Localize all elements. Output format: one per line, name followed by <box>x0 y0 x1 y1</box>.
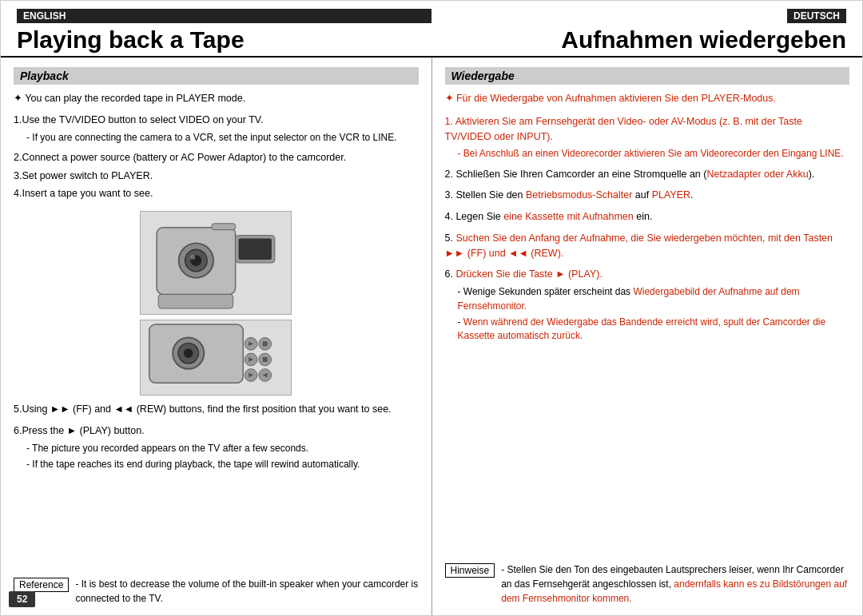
lang-de-badge: DEUTSCH <box>787 9 846 23</box>
reference-row: Reference - It is best to decrease the v… <box>14 577 419 606</box>
step2-red: Netzadapter oder Akku <box>706 169 808 180</box>
step4-de: 4. Legen Sie eine Kassette mit Aufnahmen… <box>445 209 850 225</box>
reference-text: - It is best to decrease the volume of t… <box>75 577 418 606</box>
step5-red: Suchen Sie den Anfang der Aufnahme, die … <box>445 232 833 259</box>
page: ENGLISH Playing back a Tape DEUTSCH Aufn… <box>0 0 863 616</box>
svg-rect-7 <box>158 295 233 309</box>
step5-de: 5. Suchen Sie den Anfang der Aufnahme, d… <box>445 231 850 261</box>
step1-sub-en: - If you are connecting the camera to a … <box>26 131 419 145</box>
header-left: ENGLISH Playing back a Tape <box>17 9 432 53</box>
step6-sub2-red: Wenn während der Wiedergabe das Bandende… <box>458 316 826 341</box>
page-number: 52 <box>9 591 35 607</box>
step1-de: 1. Aktivieren Sie am Fernsehgerät den Vi… <box>445 114 850 145</box>
hinweise-row: Hinweise - Stellen Sie den Ton des einge… <box>445 562 850 606</box>
cam-svg-2 <box>141 320 291 395</box>
bullet1-en: ✦ You can play the recorded tape in PLAY… <box>14 91 419 106</box>
step3-de: 3. Stellen Sie den Betriebsmodus-Schalte… <box>445 188 850 203</box>
step1-en: 1.Use the TV/VIDEO button to select VIDE… <box>14 113 419 128</box>
svg-rect-6 <box>239 239 272 260</box>
hinweise-text: - Stellen Sie den Ton des eingebauten La… <box>501 562 849 606</box>
cam-image-2 <box>140 320 292 395</box>
step6-de-red: Drücken Sie die Taste ► (PLAY). <box>455 268 603 280</box>
step6-sub1-en: - The picture you recorded appears on th… <box>26 442 419 455</box>
section-header-en: Playback <box>14 67 419 85</box>
header: ENGLISH Playing back a Tape DEUTSCH Aufn… <box>1 1 862 58</box>
step6-de: 6. Drücken Sie die Taste ► (PLAY). <box>445 267 850 282</box>
title-en: Playing back a Tape <box>17 26 432 53</box>
cam-image-1 <box>140 211 292 315</box>
svg-point-12 <box>184 348 193 358</box>
svg-point-4 <box>191 255 196 260</box>
step3-red2: PLAYER <box>652 189 690 201</box>
col-left: Playback ✦ You can play the recorded tap… <box>1 58 432 615</box>
lang-en-badge: ENGLISH <box>17 9 432 23</box>
step6-sub1-de: - Wenige Sekunden später erscheint das W… <box>458 285 850 313</box>
bullet1-de: ✦ Für die Wiedergabe von Aufnahmen aktiv… <box>445 91 850 106</box>
step6-en: 6.Press the ► (PLAY) button. <box>14 423 419 439</box>
col-right: Wiedergabe ✦ Für die Wiedergabe von Aufn… <box>432 58 863 615</box>
step1-sub-de: - Bei Anschluß an einen Videorecorder ak… <box>458 147 850 161</box>
images-area <box>14 211 419 395</box>
step4-red: eine Kassette mit Aufnahmen <box>503 211 634 222</box>
header-right: DEUTSCH Aufnahmen wiedergeben <box>432 9 846 53</box>
step5-en: 5.Using ►► (FF) and ◄◄ (REW) buttons, fi… <box>14 402 419 417</box>
section-header-de: Wiedergabe <box>445 67 850 85</box>
step3-en: 3.Set power switch to PLAYER. <box>14 169 419 184</box>
step6-sub2-en: - If the tape reaches its end during pla… <box>26 458 419 471</box>
svg-rect-22 <box>263 357 268 362</box>
svg-rect-20 <box>263 342 268 347</box>
content-area: Playback ✦ You can play the recorded tap… <box>1 58 862 615</box>
reference-label: Reference <box>14 578 69 592</box>
title-de: Aufnahmen wiedergeben <box>561 26 846 53</box>
step1-de-text: 1. Aktivieren Sie am Fernsehgerät den Vi… <box>445 116 802 142</box>
step6-sub2-de: - Wenn während der Wiedergabe das Banden… <box>458 316 850 344</box>
step6-sub1-red: Wiedergabebild der Aufnahme auf dem Fern… <box>458 286 800 311</box>
step3-red: Betriebsmodus-Schalter <box>526 189 632 201</box>
step2-de: 2. Schließen Sie Ihren Camcorder an eine… <box>445 167 850 182</box>
cam-svg-1 <box>141 212 291 314</box>
step4-en: 4.Insert a tape you want to see. <box>14 186 419 201</box>
content: Playback ✦ You can play the recorded tap… <box>1 58 862 615</box>
hinweise-label: Hinweise <box>445 563 495 578</box>
step2-en: 2.Connect a power source (battery or AC … <box>14 150 419 165</box>
svg-rect-8 <box>212 224 236 230</box>
hinweise-red: andernfalls kann es zu Bildstörungen auf… <box>501 578 847 604</box>
